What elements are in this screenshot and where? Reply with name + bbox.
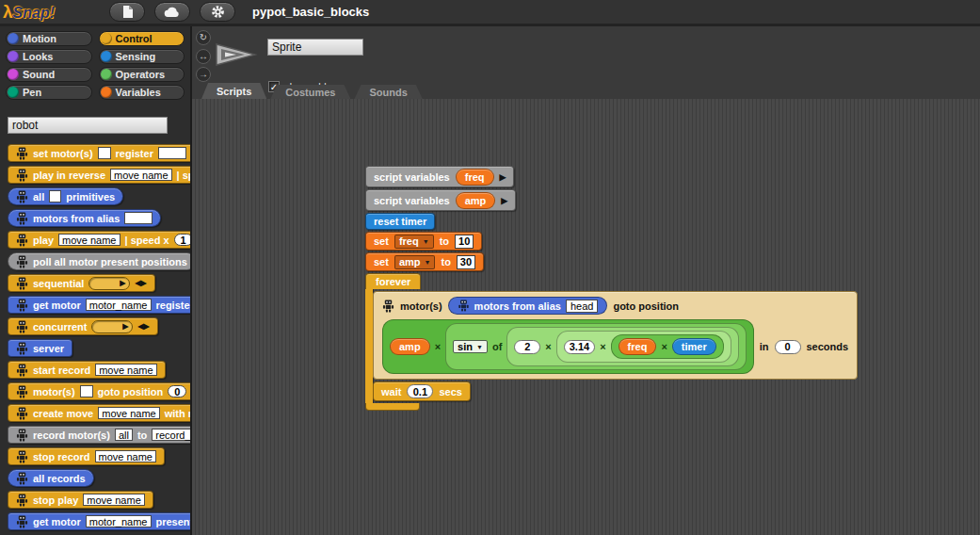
palette-block[interactable]: start recordmove name	[8, 361, 166, 379]
motor-block-row-2: amp × sin ▼ of	[382, 319, 848, 374]
palette-block[interactable]: get motormotor_namepresent position	[8, 512, 192, 530]
block-input	[49, 190, 61, 203]
duration-input[interactable]: 0	[775, 340, 801, 354]
block-label: set motor(s)	[33, 148, 93, 159]
wait-block[interactable]: wait 0.1 secs	[373, 381, 471, 401]
expand-arrow-icon[interactable]: ▶	[501, 196, 507, 205]
category-sensing[interactable]: Sensing	[99, 49, 185, 64]
multiply-block[interactable]: 2 × 3.14 × freq	[506, 327, 738, 366]
category-label: Motion	[23, 33, 56, 44]
block-label: with motors	[165, 408, 192, 419]
multiply-block[interactable]: freq × timer	[611, 334, 724, 359]
block-label: get motor	[33, 516, 81, 527]
robot-icon	[16, 147, 28, 160]
block-label: poll all motor present positions	[33, 256, 187, 268]
category-variables[interactable]: Variables	[99, 85, 185, 100]
variable-oval-freq[interactable]: freq	[619, 338, 657, 355]
value-input[interactable]: 10	[455, 235, 474, 249]
block-cslot: ▶	[91, 320, 133, 333]
block-label: register	[156, 300, 193, 311]
wait-input[interactable]: 0.1	[407, 384, 433, 398]
block-label: goto position	[613, 300, 679, 312]
palette-block[interactable]: stop recordmove name	[8, 447, 165, 465]
block-label: record motor(s)	[33, 430, 110, 441]
palette-block[interactable]: play in reversemove name| speed x1	[8, 166, 192, 184]
sin-of-block[interactable]: sin ▼ of 2 ×	[445, 323, 747, 370]
variable-oval-amp[interactable]: amp	[390, 338, 430, 355]
sprite-name-input[interactable]	[267, 39, 363, 56]
multiply-block[interactable]: 3.14 × freq × timer	[556, 331, 731, 363]
palette-block[interactable]: motors from alias	[8, 209, 161, 227]
scripts-canvas[interactable]: script variables freq ▶ script variables…	[192, 99, 980, 535]
category-motion[interactable]: Motion	[6, 31, 92, 46]
variable-oval-freq[interactable]: freq	[456, 169, 494, 186]
category-pen[interactable]: Pen	[6, 85, 92, 100]
robot-icon	[16, 255, 28, 268]
snap-logo[interactable]: λSnap!	[3, 2, 55, 23]
block-label: | speed x	[125, 235, 169, 246]
number-input[interactable]: 3.14	[564, 340, 595, 354]
multiply-block[interactable]: amp × sin ▼ of	[382, 319, 754, 374]
tab-costumes[interactable]: Costumes	[270, 85, 350, 99]
variable-oval-amp[interactable]: amp	[456, 192, 496, 209]
search-input[interactable]	[8, 117, 168, 134]
block-label: concurrent	[33, 321, 87, 332]
palette-block[interactable]: poll all motor present positions	[8, 252, 192, 270]
reset-timer-block[interactable]: reset timer	[365, 213, 435, 230]
block-input: motor_name	[86, 515, 152, 527]
forever-block[interactable]: forever	[365, 273, 858, 411]
block-label: motor(s)	[400, 300, 442, 312]
palette-block[interactable]: get motormotor_nameregister	[8, 296, 192, 314]
forever-header[interactable]: forever	[365, 273, 421, 289]
palette-block[interactable]: motor(s)goto position0in0	[8, 382, 192, 400]
block-label: all	[33, 191, 44, 203]
category-operators[interactable]: Operators	[99, 67, 185, 82]
function-dropdown[interactable]: sin ▼	[453, 340, 488, 353]
robot-icon	[16, 169, 28, 182]
tab-sounds[interactable]: Sounds	[354, 85, 422, 99]
block-label: stop play	[33, 494, 78, 506]
settings-menu-button[interactable]	[200, 2, 235, 22]
robot-icon	[16, 277, 28, 290]
variable-dropdown[interactable]: amp ▼	[394, 255, 436, 269]
flip-only-button[interactable]: ↔	[196, 49, 211, 64]
cloud-icon	[164, 7, 181, 18]
category-color-dot	[101, 69, 112, 80]
block-label: seconds	[807, 341, 849, 352]
dont-rotate-button[interactable]: →	[196, 67, 211, 82]
palette-block[interactable]: sequential▶◀▶	[8, 274, 155, 292]
rotate-freely-button[interactable]: ↻	[196, 30, 211, 45]
palette-block[interactable]: concurrent▶◀▶	[8, 317, 158, 335]
number-input[interactable]: 2	[514, 340, 540, 354]
value-input[interactable]: 30	[457, 255, 475, 269]
robot-icon	[16, 299, 28, 312]
variable-dropdown[interactable]: freq ▼	[394, 235, 434, 249]
set-freq-block[interactable]: set freq ▼ to 10	[365, 232, 482, 251]
category-sound[interactable]: Sound	[6, 67, 92, 82]
script-variables-block[interactable]: script variables freq ▶	[365, 166, 514, 187]
palette-block[interactable]: stop playmove name	[8, 491, 153, 509]
category-control[interactable]: Control	[99, 31, 185, 46]
palette-block[interactable]: set motor(s)registerto	[8, 144, 192, 162]
set-amp-block[interactable]: set amp ▼ to 30	[365, 252, 484, 271]
palette-block[interactable]: allprimitives	[8, 187, 123, 205]
palette-block[interactable]: record motor(s)alltorecord_filename	[8, 426, 192, 444]
motors-goto-position-block[interactable]: motor(s)	[373, 291, 858, 380]
palette-block[interactable]: server	[8, 339, 72, 357]
logo-text: Snap!	[13, 5, 55, 21]
tab-scripts[interactable]: Scripts	[201, 83, 266, 99]
script-variables-block[interactable]: script variables amp ▶	[365, 189, 516, 211]
project-menu-button[interactable]	[109, 2, 145, 22]
category-looks[interactable]: Looks	[6, 49, 92, 64]
timer-reporter[interactable]: timer	[672, 338, 716, 355]
cloud-menu-button[interactable]	[154, 2, 190, 22]
palette-block[interactable]: all records	[8, 469, 94, 487]
category-color-dot	[101, 87, 112, 98]
palette-block[interactable]: playmove name| speed x1	[8, 231, 192, 249]
top-bar: λSnap! pypot_basic_blocks	[0, 0, 980, 26]
category-label: Looks	[23, 51, 53, 62]
palette-block[interactable]: create movemove namewith motors	[8, 404, 192, 422]
alias-input[interactable]: head	[566, 300, 598, 313]
motors-from-alias-reporter[interactable]: motors from alias head	[448, 297, 608, 315]
expand-arrow-icon[interactable]: ▶	[500, 172, 506, 182]
